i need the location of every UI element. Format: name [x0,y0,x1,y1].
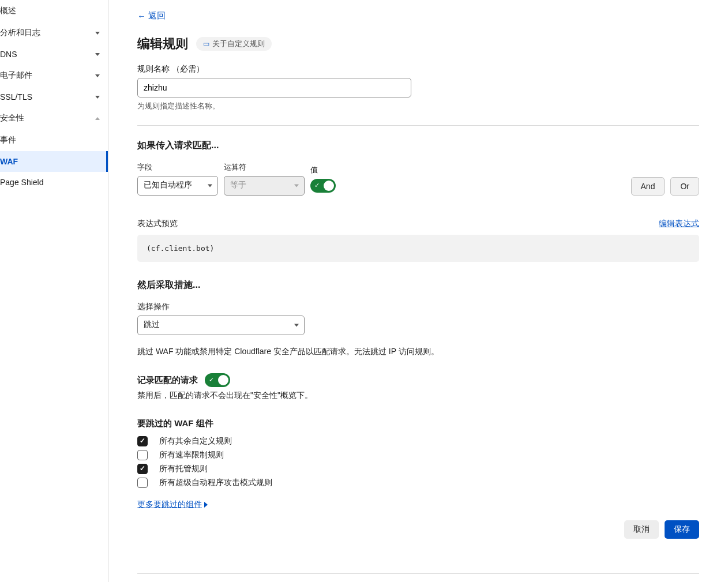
sidebar-item-dns[interactable]: DNS [0,44,108,65]
checkbox-label: 所有超级自动程序攻击模式规则 [159,478,272,488]
field-label: 字段 [137,162,218,172]
book-icon: ▭ [203,40,209,48]
sidebar-item-events[interactable]: 事件 [0,129,108,151]
sidebar-item-label: 电子邮件 [0,70,32,81]
sidebar-item-label: Page Shield [0,178,44,187]
value-label: 值 [310,165,336,175]
sidebar: 概述 分析和日志 DNS 电子邮件 SSL/TLS 安全性 事件 WAF [0,0,108,582]
arrow-left-icon: ← [137,11,146,21]
sidebar-item-label: 安全性 [0,113,24,123]
expression-preview: (cf.client.bot) [137,235,699,262]
sidebar-item-email[interactable]: 电子邮件 [0,65,108,87]
back-link[interactable]: ← 返回 [137,10,166,21]
more-skip-label: 更多要跳过的组件 [137,500,202,510]
checkbox-rate-limit[interactable] [137,450,148,460]
edit-expression-link[interactable]: 编辑表达式 [659,219,699,229]
chevron-down-icon [95,32,100,35]
more-skip-link[interactable]: 更多要跳过的组件 [137,500,208,510]
log-toggle[interactable] [205,373,230,387]
or-button[interactable]: Or [670,177,699,196]
field-select[interactable]: 已知自动程序 [137,176,218,196]
info-badge-label: 关于自定义规则 [212,39,265,49]
expression-label: 表达式预览 [137,219,178,229]
and-button[interactable]: And [631,177,665,196]
checkbox-bot-attack[interactable] [137,478,148,488]
footer-divider [137,573,699,574]
sidebar-item-label: SSL/TLS [0,92,32,102]
page-title: 编辑规则 [137,35,188,52]
sidebar-item-label: 概述 [0,6,16,16]
sidebar-item-analytics[interactable]: 分析和日志 [0,22,108,44]
cancel-button[interactable]: 取消 [624,520,659,539]
operator-label: 运算符 [224,162,305,172]
sidebar-item-label: 分析和日志 [0,28,40,38]
sidebar-item-label: DNS [0,50,17,59]
rule-name-label: 规则名称 （必需） [137,64,699,74]
match-section-title: 如果传入请求匹配... [137,140,699,152]
skip-section-title: 要跳过的 WAF 组件 [137,418,699,429]
caret-right-icon [204,502,208,508]
sidebar-item-label: WAF [0,157,18,166]
sidebar-item-waf[interactable]: WAF [0,151,108,172]
log-toggle-label: 记录匹配的请求 [137,375,198,386]
sidebar-item-security[interactable]: 安全性 [0,107,108,129]
sidebar-item-label: 事件 [0,135,16,145]
chevron-down-icon [95,53,100,56]
sidebar-item-ssl[interactable]: SSL/TLS [0,87,108,107]
info-badge[interactable]: ▭ 关于自定义规则 [196,37,272,51]
operator-select: 等于 [224,176,305,196]
sidebar-item-page-shield[interactable]: Page Shield [0,172,108,193]
chevron-down-icon [95,74,100,77]
checkbox-label: 所有托管规则 [159,464,208,474]
value-toggle[interactable] [310,179,336,193]
rule-name-help: 为规则指定描述性名称。 [137,101,699,111]
action-help: 跳过 WAF 功能或禁用特定 Cloudflare 安全产品以匹配请求。无法跳过… [137,347,699,357]
main-content: ← 返回 编辑规则 ▭ 关于自定义规则 规则名称 （必需） 为规则指定描述性名称… [108,0,728,582]
action-section-title: 然后采取措施... [137,279,699,291]
back-label: 返回 [148,10,166,21]
sidebar-item-overview[interactable]: 概述 [0,0,108,22]
chevron-down-icon [95,96,100,99]
action-select[interactable]: 跳过 [137,316,305,335]
log-help: 禁用后，匹配的请求不会出现在"安全性"概览下。 [137,390,699,401]
checkbox-label: 所有其余自定义规则 [159,436,232,446]
chevron-up-icon [95,117,100,120]
rule-name-input[interactable] [137,78,411,97]
action-select-label: 选择操作 [137,302,699,312]
checkbox-label: 所有速率限制规则 [159,450,224,460]
checkbox-managed-rules[interactable] [137,464,148,474]
divider [137,125,699,126]
checkbox-custom-rules[interactable] [137,436,148,446]
save-button[interactable]: 保存 [665,520,699,539]
